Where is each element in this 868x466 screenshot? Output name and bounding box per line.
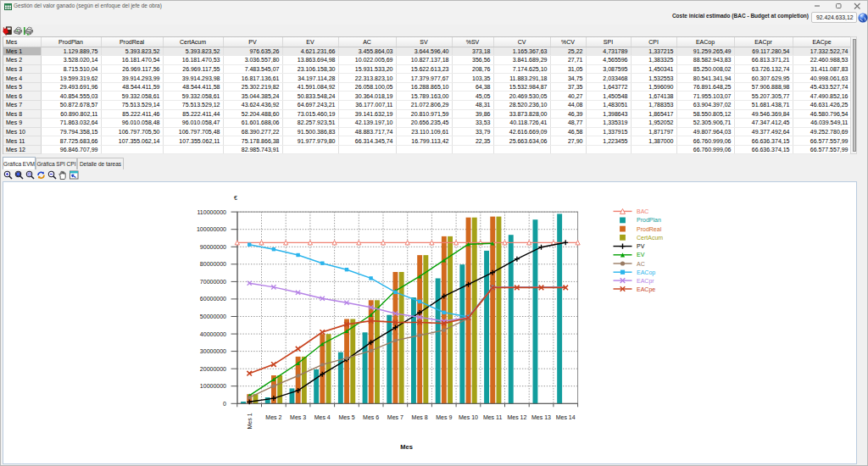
svg-text:Mes 2: Mes 2 [265, 414, 281, 420]
svg-text:EACpr: EACpr [637, 278, 654, 285]
svg-text:CertAcum: CertAcum [637, 235, 663, 241]
svg-text:110000000: 110000000 [197, 209, 226, 215]
svg-text:0: 0 [223, 401, 226, 407]
svg-text:Mes 1: Mes 1 [247, 413, 253, 429]
svg-text:Mes 12: Mes 12 [507, 414, 526, 420]
svg-text:Mes 4: Mes 4 [314, 414, 331, 420]
svg-text:ProdReal: ProdReal [637, 226, 662, 232]
svg-text:90000000: 90000000 [200, 244, 226, 250]
svg-text:EACpe: EACpe [637, 286, 655, 293]
svg-text:EV: EV [637, 252, 645, 258]
svg-text:Mes 11: Mes 11 [483, 414, 503, 420]
svg-text:60000000: 60000000 [200, 296, 226, 302]
svg-text:Mes 10: Mes 10 [459, 414, 478, 420]
svg-text:80000000: 80000000 [200, 261, 226, 267]
svg-text:BAC: BAC [637, 208, 648, 214]
svg-text:Mes 13: Mes 13 [531, 414, 551, 420]
svg-text:20000000: 20000000 [200, 366, 226, 372]
svg-text:Mes 14: Mes 14 [556, 414, 576, 420]
svg-text:Mes 7: Mes 7 [387, 414, 403, 420]
svg-text:40000000: 40000000 [200, 331, 226, 337]
svg-text:EACop: EACop [637, 269, 655, 276]
svg-text:30000000: 30000000 [200, 348, 226, 354]
svg-text:Mes 6: Mes 6 [363, 414, 379, 420]
svg-text:AC: AC [637, 261, 645, 267]
svg-text:70000000: 70000000 [200, 279, 226, 285]
svg-text:Mes 5: Mes 5 [338, 414, 354, 420]
svg-text:Mes 8: Mes 8 [412, 414, 428, 420]
svg-text:PV: PV [637, 243, 645, 249]
svg-text:Mes: Mes [400, 443, 413, 451]
svg-text:Mes 9: Mes 9 [436, 414, 452, 420]
svg-text:10000000: 10000000 [200, 383, 226, 389]
svg-text:100000000: 100000000 [197, 226, 226, 232]
svg-text:€: € [234, 195, 237, 201]
svg-text:ProdPlan: ProdPlan [637, 217, 661, 223]
svg-text:50000000: 50000000 [200, 313, 226, 319]
svg-text:Mes 3: Mes 3 [290, 414, 306, 420]
